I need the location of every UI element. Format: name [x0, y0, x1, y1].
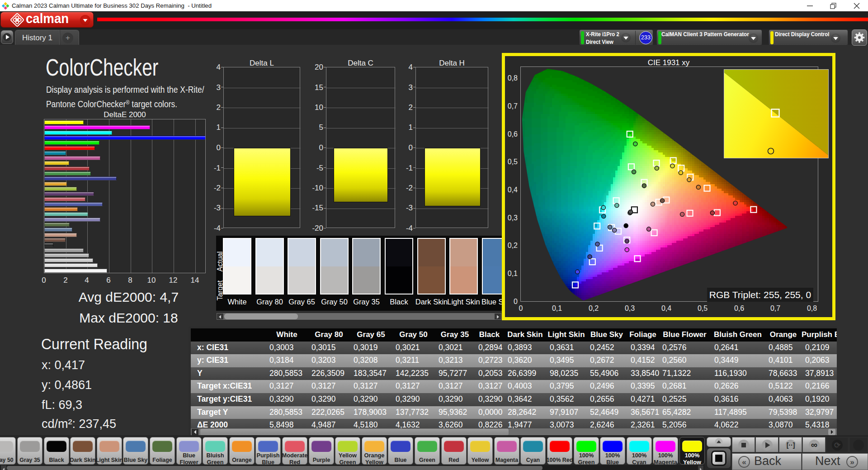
- svg-text:⟳: ⟳: [834, 441, 841, 450]
- svg-text:«: «: [742, 458, 746, 466]
- svg-text:∞: ∞: [811, 440, 817, 450]
- svg-text:»: »: [850, 458, 854, 466]
- svg-text:[··]: [··]: [786, 442, 795, 449]
